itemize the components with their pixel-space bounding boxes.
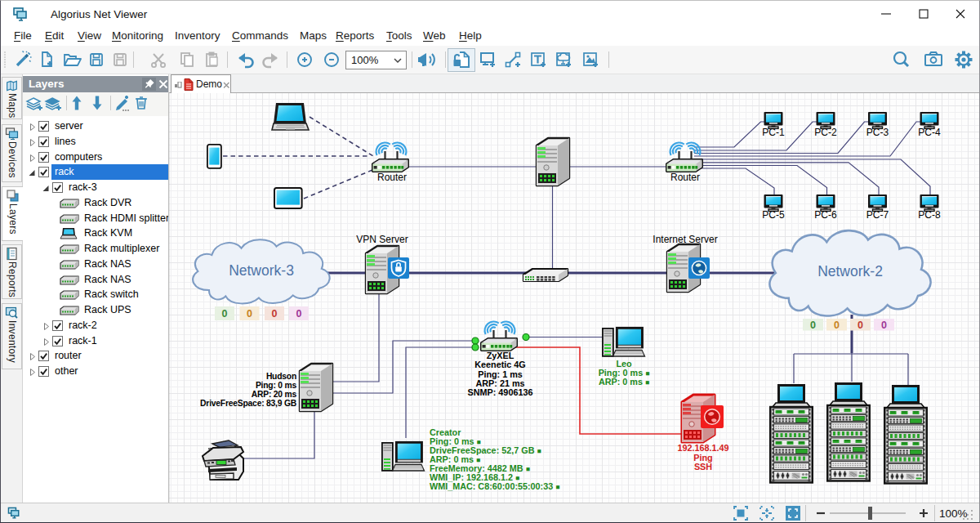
svg-text:PC-4: PC-4	[918, 127, 941, 138]
svg-text:VPN Server: VPN Server	[356, 234, 408, 245]
svg-text:PC-3: PC-3	[866, 127, 889, 138]
svg-text:PC-1: PC-1	[762, 127, 785, 138]
svg-text:Router: Router	[377, 172, 407, 183]
svg-text:192.168.1.49: 192.168.1.49	[677, 443, 728, 453]
svg-text:Hudson: Hudson	[266, 372, 296, 381]
svg-text:0: 0	[810, 320, 816, 331]
svg-text:SSH: SSH	[694, 462, 712, 472]
svg-text:0: 0	[881, 320, 887, 331]
svg-text:PC-6: PC-6	[814, 209, 837, 221]
svg-text:PC-2: PC-2	[814, 127, 837, 138]
svg-text:Keenetic 4G: Keenetic 4G	[474, 360, 525, 369]
svg-text:Internet Server: Internet Server	[653, 234, 717, 245]
svg-text:PC-5: PC-5	[762, 209, 785, 221]
svg-text:PC-8: PC-8	[918, 209, 941, 221]
svg-text:0: 0	[296, 308, 302, 320]
svg-text:SNMP: 4906136: SNMP: 4906136	[468, 387, 533, 397]
svg-text:Router: Router	[670, 172, 700, 183]
svg-text:Network-2: Network-2	[817, 263, 883, 279]
svg-text:WMI_MAC: C8:60:00:55:00:33 ■: WMI_MAC: C8:60:00:55:00:33 ■	[430, 481, 559, 491]
svg-text:0: 0	[222, 308, 228, 320]
svg-text:100%: 100%	[939, 507, 968, 520]
svg-text:Ping: Ping	[693, 453, 712, 463]
svg-text:ARP: 0 ms ■: ARP: 0 ms ■	[599, 377, 649, 387]
svg-text:DriveFreeSpace: 83,9 GB: DriveFreeSpace: 83,9 GB	[200, 399, 296, 408]
svg-text:ARP: 20 ms: ARP: 20 ms	[252, 390, 297, 399]
svg-text:0: 0	[858, 320, 863, 331]
svg-text:Ping: 0 ms: Ping: 0 ms	[256, 381, 297, 390]
svg-text:0: 0	[834, 320, 840, 331]
svg-text:Network-3: Network-3	[229, 262, 294, 279]
svg-text:0: 0	[247, 308, 252, 320]
svg-text:0: 0	[272, 308, 278, 320]
svg-text:PC-7: PC-7	[866, 209, 889, 221]
